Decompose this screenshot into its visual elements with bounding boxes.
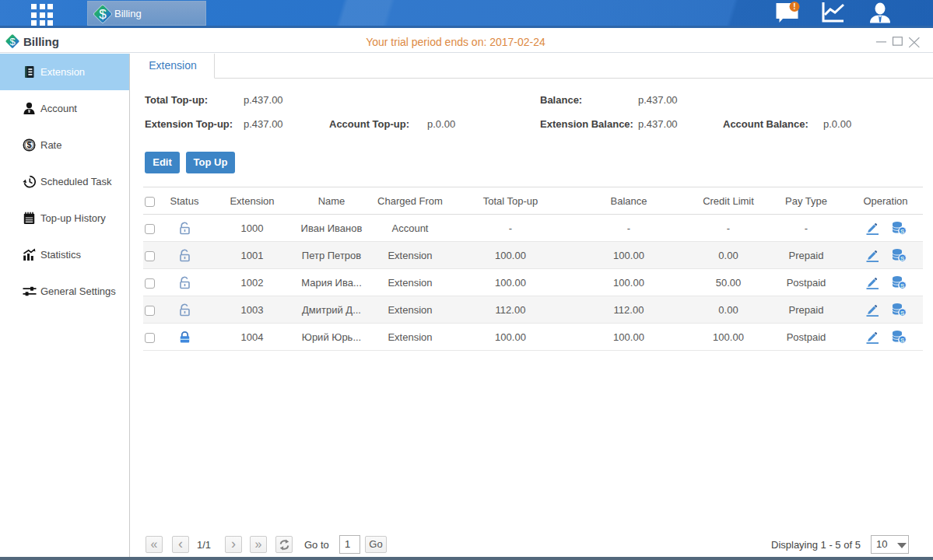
svg-text:S: S	[900, 255, 905, 262]
svg-text:S: S	[900, 228, 905, 235]
svg-text:S: S	[900, 310, 905, 317]
svg-text:S: S	[900, 282, 905, 289]
svg-text:S: S	[900, 337, 905, 344]
svg-text:!: !	[793, 2, 795, 11]
svg-text:$: $	[26, 140, 31, 149]
svg-text:$: $	[99, 7, 107, 22]
